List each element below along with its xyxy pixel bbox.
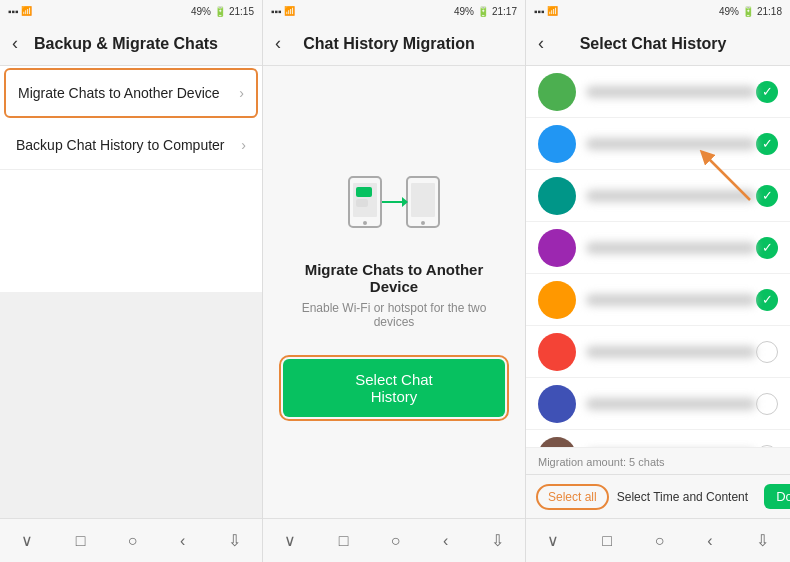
done-button[interactable]: Done <box>764 484 790 509</box>
bottom-nav-1: ∨ □ ○ ‹ ⇩ <box>0 518 262 562</box>
chat-name-1 <box>586 138 756 150</box>
chat-item-5[interactable] <box>526 326 790 378</box>
migration-amount-text: Migration amount: 5 chats <box>538 456 665 468</box>
chat-item-7[interactable] <box>526 430 790 447</box>
chat-item-2[interactable]: ✓ <box>526 170 790 222</box>
migration-content: Migrate Chats to Another Device Enable W… <box>263 66 525 518</box>
avatar-2 <box>538 177 576 215</box>
chat-list: ✓ ✓ ✓ ✓ ✓ <box>526 66 790 447</box>
panel3-footer: Select all Select Time and Content Done <box>526 474 790 518</box>
chat-item-3[interactable]: ✓ <box>526 222 790 274</box>
status-bar-3: ▪▪▪ 📶 49% 🔋 21:18 <box>526 0 790 22</box>
menu-item-migrate-label: Migrate Chats to Another Device <box>18 85 239 101</box>
nav-down-icon-2[interactable]: ∨ <box>284 531 296 550</box>
status-right-2: 49% 🔋 21:17 <box>454 6 517 17</box>
menu-item-backup-label: Backup Chat History to Computer <box>16 137 241 153</box>
nav-square-icon-3[interactable]: □ <box>602 532 612 550</box>
gray-area-1 <box>0 292 262 518</box>
nav-back-icon-1[interactable]: ‹ <box>180 532 185 550</box>
panel-select-chat-history: ▪▪▪ 📶 49% 🔋 21:18 ‹ Select Chat History … <box>526 0 790 562</box>
nav-circle-icon-1[interactable]: ○ <box>128 532 138 550</box>
signal-icons-3: ▪▪▪ 📶 <box>534 6 558 17</box>
chat-item-6[interactable] <box>526 378 790 430</box>
chat-name-6 <box>586 398 756 410</box>
nav-circle-icon-2[interactable]: ○ <box>391 532 401 550</box>
checkbox-4[interactable]: ✓ <box>756 289 778 311</box>
checkbox-2[interactable]: ✓ <box>756 185 778 207</box>
nav-down-icon-3[interactable]: ∨ <box>547 531 559 550</box>
nav-share-icon-1[interactable]: ⇩ <box>228 531 241 550</box>
migration-devices-icon <box>344 167 444 241</box>
avatar-3 <box>538 229 576 267</box>
avatar-1 <box>538 125 576 163</box>
back-button-3[interactable]: ‹ <box>538 33 544 54</box>
chat-item-1[interactable]: ✓ <box>526 118 790 170</box>
panel-backup-migrate: ▪▪▪ 📶 49% 🔋 21:15 ‹ Backup & Migrate Cha… <box>0 0 263 562</box>
back-button-1[interactable]: ‹ <box>12 33 18 54</box>
header-2: ‹ Chat History Migration <box>263 22 525 66</box>
menu-item-migrate[interactable]: Migrate Chats to Another Device › <box>4 68 258 118</box>
svg-rect-4 <box>411 183 435 217</box>
migration-subtitle: Enable Wi-Fi or hotspot for the two devi… <box>283 301 505 329</box>
signal-icons-1: ▪▪▪ 📶 <box>8 6 32 17</box>
menu-list-1: Migrate Chats to Another Device › Backup… <box>0 66 262 292</box>
svg-rect-8 <box>356 187 372 197</box>
avatar-0 <box>538 73 576 111</box>
chat-name-0 <box>586 86 756 98</box>
avatar-6 <box>538 385 576 423</box>
nav-share-icon-3[interactable]: ⇩ <box>756 531 769 550</box>
chat-item-4[interactable]: ✓ <box>526 274 790 326</box>
header-3: ‹ Select Chat History <box>526 22 790 66</box>
checkbox-3[interactable]: ✓ <box>756 237 778 259</box>
select-chat-history-button[interactable]: Select Chat History <box>283 359 505 417</box>
chevron-right-icon-1: › <box>239 85 244 101</box>
panel-chat-history-migration: ▪▪▪ 📶 49% 🔋 21:17 ‹ Chat History Migrati… <box>263 0 526 562</box>
nav-back-icon-2[interactable]: ‹ <box>443 532 448 550</box>
nav-share-icon-2[interactable]: ⇩ <box>491 531 504 550</box>
status-bar-2: ▪▪▪ 📶 49% 🔋 21:17 <box>263 0 525 22</box>
svg-point-5 <box>421 221 425 225</box>
checkbox-0[interactable]: ✓ <box>756 81 778 103</box>
chat-name-3 <box>586 242 756 254</box>
nav-down-icon-1[interactable]: ∨ <box>21 531 33 550</box>
nav-square-icon-1[interactable]: □ <box>76 532 86 550</box>
avatar-7 <box>538 437 576 448</box>
select-time-content-button[interactable]: Select Time and Content <box>617 490 748 504</box>
menu-item-backup[interactable]: Backup Chat History to Computer › <box>0 120 262 170</box>
select-all-button[interactable]: Select all <box>536 484 609 510</box>
status-right-1: 49% 🔋 21:15 <box>191 6 254 17</box>
avatar-5 <box>538 333 576 371</box>
bottom-nav-3: ∨ □ ○ ‹ ⇩ <box>526 518 790 562</box>
checkbox-1[interactable]: ✓ <box>756 133 778 155</box>
nav-circle-icon-3[interactable]: ○ <box>655 532 665 550</box>
chevron-right-icon-2: › <box>241 137 246 153</box>
checkbox-5[interactable] <box>756 341 778 363</box>
chat-name-4 <box>586 294 756 306</box>
status-right-3: 49% 🔋 21:18 <box>719 6 782 17</box>
chat-name-5 <box>586 346 756 358</box>
back-button-2[interactable]: ‹ <box>275 33 281 54</box>
page-title-2: Chat History Migration <box>289 35 489 53</box>
chat-name-2 <box>586 190 756 202</box>
header-1: ‹ Backup & Migrate Chats <box>0 22 262 66</box>
svg-rect-9 <box>356 199 368 207</box>
chat-item-0[interactable]: ✓ <box>526 66 790 118</box>
avatar-4 <box>538 281 576 319</box>
signal-icons-2: ▪▪▪ 📶 <box>271 6 295 17</box>
migration-title: Migrate Chats to Another Device <box>283 261 505 295</box>
status-bar-1: ▪▪▪ 📶 49% 🔋 21:15 <box>0 0 262 22</box>
svg-point-2 <box>363 221 367 225</box>
page-title-1: Backup & Migrate Chats <box>26 35 226 53</box>
nav-back-icon-3[interactable]: ‹ <box>707 532 712 550</box>
nav-square-icon-2[interactable]: □ <box>339 532 349 550</box>
page-title-3: Select Chat History <box>552 35 754 53</box>
bottom-nav-2: ∨ □ ○ ‹ ⇩ <box>263 518 525 562</box>
select-chat-history-btn-wrapper: Select Chat History <box>283 359 505 417</box>
checkbox-6[interactable] <box>756 393 778 415</box>
